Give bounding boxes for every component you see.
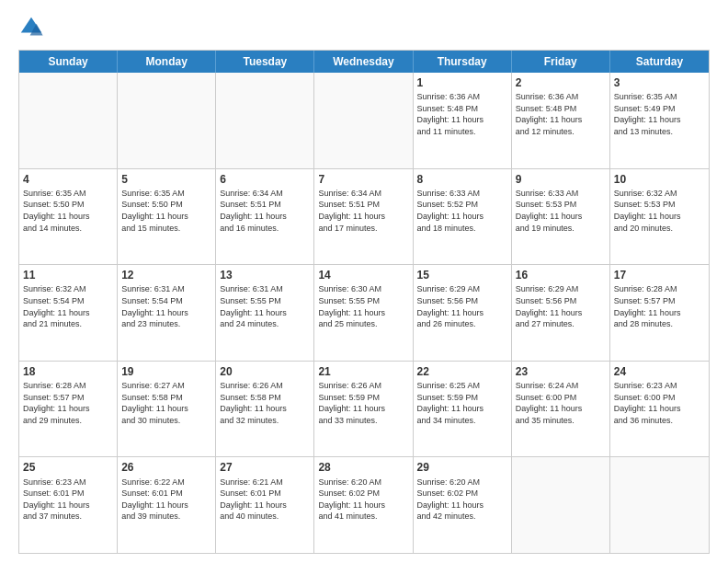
- day-cell-13: 13Sunrise: 6:31 AM Sunset: 5:55 PM Dayli…: [216, 265, 314, 361]
- day-number: 22: [417, 364, 507, 379]
- day-header-monday: Monday: [118, 51, 216, 73]
- day-cell-16: 16Sunrise: 6:29 AM Sunset: 5:56 PM Dayli…: [512, 265, 610, 361]
- day-number: 18: [23, 364, 113, 379]
- day-number: 6: [220, 172, 310, 187]
- day-info: Sunrise: 6:27 AM Sunset: 5:58 PM Dayligh…: [121, 380, 211, 426]
- day-info: Sunrise: 6:33 AM Sunset: 5:53 PM Dayligh…: [516, 188, 606, 234]
- empty-cell-0-2: [216, 73, 314, 168]
- day-cell-18: 18Sunrise: 6:28 AM Sunset: 5:57 PM Dayli…: [19, 362, 118, 457]
- day-info: Sunrise: 6:32 AM Sunset: 5:54 PM Dayligh…: [23, 283, 113, 329]
- day-cell-15: 15Sunrise: 6:29 AM Sunset: 5:56 PM Dayli…: [414, 265, 512, 361]
- day-cell-25: 25Sunrise: 6:23 AM Sunset: 6:01 PM Dayli…: [19, 457, 118, 553]
- day-info: Sunrise: 6:33 AM Sunset: 5:52 PM Dayligh…: [417, 188, 507, 234]
- day-cell-26: 26Sunrise: 6:22 AM Sunset: 6:01 PM Dayli…: [118, 457, 216, 553]
- day-number: 17: [614, 268, 705, 282]
- day-cell-1: 1Sunrise: 6:36 AM Sunset: 5:48 PM Daylig…: [414, 73, 512, 168]
- day-cell-24: 24Sunrise: 6:23 AM Sunset: 6:00 PM Dayli…: [610, 362, 709, 457]
- calendar-row-2: 11Sunrise: 6:32 AM Sunset: 5:54 PM Dayli…: [19, 264, 709, 361]
- day-number: 5: [121, 172, 211, 187]
- calendar: SundayMondayTuesdayWednesdayThursdayFrid…: [18, 50, 710, 554]
- day-number: 29: [417, 460, 507, 475]
- day-info: Sunrise: 6:31 AM Sunset: 5:55 PM Dayligh…: [220, 283, 310, 329]
- day-cell-12: 12Sunrise: 6:31 AM Sunset: 5:54 PM Dayli…: [118, 265, 216, 361]
- day-info: Sunrise: 6:31 AM Sunset: 5:54 PM Dayligh…: [121, 283, 211, 329]
- day-cell-2: 2Sunrise: 6:36 AM Sunset: 5:48 PM Daylig…: [512, 73, 610, 168]
- day-info: Sunrise: 6:28 AM Sunset: 5:57 PM Dayligh…: [23, 380, 113, 426]
- day-cell-27: 27Sunrise: 6:21 AM Sunset: 6:01 PM Dayli…: [216, 457, 314, 553]
- empty-cell-0-1: [118, 73, 216, 168]
- day-info: Sunrise: 6:26 AM Sunset: 5:59 PM Dayligh…: [318, 380, 408, 426]
- day-info: Sunrise: 6:24 AM Sunset: 6:00 PM Dayligh…: [516, 380, 606, 426]
- day-cell-23: 23Sunrise: 6:24 AM Sunset: 6:00 PM Dayli…: [512, 362, 610, 457]
- day-header-saturday: Saturday: [610, 51, 709, 73]
- header: [18, 15, 710, 40]
- day-info: Sunrise: 6:25 AM Sunset: 5:59 PM Dayligh…: [417, 380, 507, 426]
- day-number: 3: [614, 75, 705, 90]
- day-info: Sunrise: 6:22 AM Sunset: 6:01 PM Dayligh…: [121, 477, 211, 523]
- page: SundayMondayTuesdayWednesdayThursdayFrid…: [0, 0, 728, 563]
- day-number: 26: [121, 460, 211, 475]
- day-number: 8: [417, 172, 507, 187]
- day-cell-28: 28Sunrise: 6:20 AM Sunset: 6:02 PM Dayli…: [314, 457, 413, 553]
- day-number: 9: [516, 172, 606, 187]
- day-cell-22: 22Sunrise: 6:25 AM Sunset: 5:59 PM Dayli…: [414, 362, 512, 457]
- day-header-wednesday: Wednesday: [314, 51, 413, 73]
- calendar-body: 1Sunrise: 6:36 AM Sunset: 5:48 PM Daylig…: [19, 73, 709, 553]
- day-number: 21: [318, 364, 408, 379]
- day-number: 10: [614, 172, 705, 187]
- day-info: Sunrise: 6:35 AM Sunset: 5:50 PM Dayligh…: [121, 188, 211, 234]
- day-info: Sunrise: 6:32 AM Sunset: 5:53 PM Dayligh…: [614, 188, 705, 234]
- day-cell-7: 7Sunrise: 6:34 AM Sunset: 5:51 PM Daylig…: [314, 169, 413, 265]
- day-cell-14: 14Sunrise: 6:30 AM Sunset: 5:55 PM Dayli…: [314, 265, 413, 361]
- day-number: 24: [614, 364, 705, 379]
- day-number: 2: [516, 75, 606, 90]
- day-info: Sunrise: 6:36 AM Sunset: 5:48 PM Dayligh…: [516, 91, 606, 137]
- day-number: 11: [23, 268, 113, 282]
- day-cell-21: 21Sunrise: 6:26 AM Sunset: 5:59 PM Dayli…: [314, 362, 413, 457]
- day-info: Sunrise: 6:29 AM Sunset: 5:56 PM Dayligh…: [417, 283, 507, 329]
- day-info: Sunrise: 6:26 AM Sunset: 5:58 PM Dayligh…: [220, 380, 310, 426]
- day-number: 14: [318, 268, 408, 282]
- empty-cell-4-5: [512, 457, 610, 553]
- day-number: 1: [417, 75, 507, 90]
- day-info: Sunrise: 6:34 AM Sunset: 5:51 PM Dayligh…: [220, 188, 310, 234]
- day-info: Sunrise: 6:35 AM Sunset: 5:50 PM Dayligh…: [23, 188, 113, 234]
- day-number: 12: [121, 268, 211, 282]
- day-cell-29: 29Sunrise: 6:20 AM Sunset: 6:02 PM Dayli…: [414, 457, 512, 553]
- day-number: 27: [220, 460, 310, 475]
- day-info: Sunrise: 6:35 AM Sunset: 5:49 PM Dayligh…: [614, 91, 705, 137]
- day-header-friday: Friday: [512, 51, 610, 73]
- calendar-row-0: 1Sunrise: 6:36 AM Sunset: 5:48 PM Daylig…: [19, 73, 709, 168]
- calendar-row-3: 18Sunrise: 6:28 AM Sunset: 5:57 PM Dayli…: [19, 361, 709, 457]
- day-info: Sunrise: 6:21 AM Sunset: 6:01 PM Dayligh…: [220, 477, 310, 523]
- day-header-tuesday: Tuesday: [216, 51, 314, 73]
- day-info: Sunrise: 6:23 AM Sunset: 6:00 PM Dayligh…: [614, 380, 705, 426]
- day-info: Sunrise: 6:29 AM Sunset: 5:56 PM Dayligh…: [516, 283, 606, 329]
- calendar-header: SundayMondayTuesdayWednesdayThursdayFrid…: [19, 51, 709, 73]
- empty-cell-0-3: [314, 73, 413, 168]
- day-cell-6: 6Sunrise: 6:34 AM Sunset: 5:51 PM Daylig…: [216, 169, 314, 265]
- day-cell-10: 10Sunrise: 6:32 AM Sunset: 5:53 PM Dayli…: [610, 169, 709, 265]
- day-cell-8: 8Sunrise: 6:33 AM Sunset: 5:52 PM Daylig…: [414, 169, 512, 265]
- day-cell-3: 3Sunrise: 6:35 AM Sunset: 5:49 PM Daylig…: [610, 73, 709, 168]
- day-number: 28: [318, 460, 408, 475]
- day-info: Sunrise: 6:20 AM Sunset: 6:02 PM Dayligh…: [318, 477, 408, 523]
- day-info: Sunrise: 6:23 AM Sunset: 6:01 PM Dayligh…: [23, 477, 113, 523]
- day-header-thursday: Thursday: [414, 51, 512, 73]
- day-cell-20: 20Sunrise: 6:26 AM Sunset: 5:58 PM Dayli…: [216, 362, 314, 457]
- day-number: 20: [220, 364, 310, 379]
- calendar-row-4: 25Sunrise: 6:23 AM Sunset: 6:01 PM Dayli…: [19, 456, 709, 553]
- day-number: 7: [318, 172, 408, 187]
- day-cell-17: 17Sunrise: 6:28 AM Sunset: 5:57 PM Dayli…: [610, 265, 709, 361]
- logo-icon: [18, 15, 44, 40]
- day-cell-11: 11Sunrise: 6:32 AM Sunset: 5:54 PM Dayli…: [19, 265, 118, 361]
- day-cell-19: 19Sunrise: 6:27 AM Sunset: 5:58 PM Dayli…: [118, 362, 216, 457]
- logo: [18, 15, 48, 40]
- day-header-sunday: Sunday: [19, 51, 118, 73]
- day-cell-4: 4Sunrise: 6:35 AM Sunset: 5:50 PM Daylig…: [19, 169, 118, 265]
- day-info: Sunrise: 6:34 AM Sunset: 5:51 PM Dayligh…: [318, 188, 408, 234]
- day-cell-5: 5Sunrise: 6:35 AM Sunset: 5:50 PM Daylig…: [118, 169, 216, 265]
- day-number: 15: [417, 268, 507, 282]
- day-number: 19: [121, 364, 211, 379]
- day-info: Sunrise: 6:28 AM Sunset: 5:57 PM Dayligh…: [614, 283, 705, 329]
